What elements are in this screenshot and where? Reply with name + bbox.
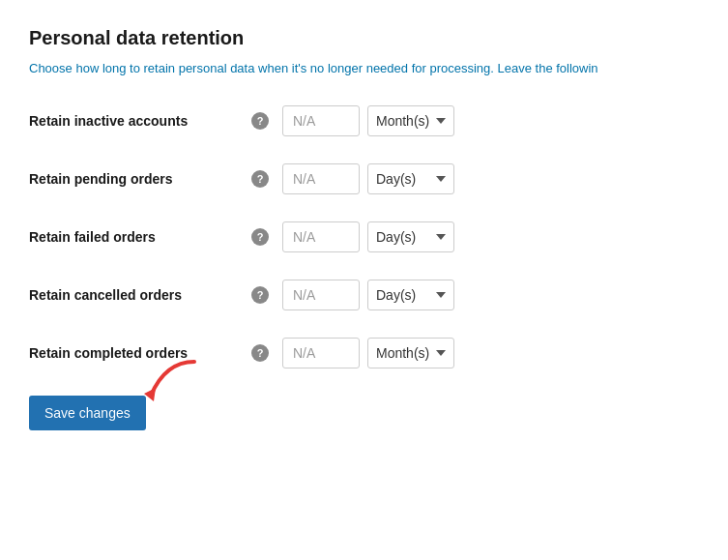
help-icon-inactive-accounts[interactable]: ?	[251, 112, 269, 130]
select-completed-orders[interactable]: Day(s)Month(s)Year(s)	[367, 338, 454, 368]
save-section: Save changes	[29, 396, 699, 430]
input-completed-orders[interactable]	[282, 338, 360, 368]
input-pending-orders[interactable]	[282, 163, 360, 194]
field-row-pending-orders: Retain pending orders?Day(s)Month(s)Year…	[29, 163, 699, 194]
input-cancelled-orders[interactable]	[282, 280, 360, 310]
label-failed-orders: Retain failed orders	[29, 229, 251, 245]
save-changes-button[interactable]: Save changes	[29, 396, 146, 430]
input-failed-orders[interactable]	[282, 221, 360, 252]
question-mark-icon: ?	[257, 347, 264, 359]
question-mark-icon: ?	[257, 173, 264, 185]
select-failed-orders[interactable]: Day(s)Month(s)Year(s)	[367, 221, 454, 252]
arrow-indicator	[136, 357, 214, 415]
question-mark-icon: ?	[257, 231, 264, 243]
field-row-failed-orders: Retain failed orders?Day(s)Month(s)Year(…	[29, 221, 699, 252]
select-pending-orders[interactable]: Day(s)Month(s)Year(s)	[367, 163, 454, 194]
help-icon-completed-orders[interactable]: ?	[251, 344, 269, 362]
question-mark-icon: ?	[257, 115, 264, 127]
label-cancelled-orders: Retain cancelled orders	[29, 287, 251, 303]
page-title: Personal data retention	[29, 27, 699, 49]
field-row-inactive-accounts: Retain inactive accounts?Day(s)Month(s)Y…	[29, 105, 699, 136]
label-pending-orders: Retain pending orders	[29, 171, 251, 187]
settings-page: Personal data retention Choose how long …	[0, 0, 728, 560]
svg-marker-0	[144, 388, 156, 401]
select-inactive-accounts[interactable]: Day(s)Month(s)Year(s)	[367, 105, 454, 136]
select-cancelled-orders[interactable]: Day(s)Month(s)Year(s)	[367, 280, 454, 310]
arrow-container: Save changes	[29, 396, 146, 430]
fields-container: Retain inactive accounts?Day(s)Month(s)Y…	[29, 105, 699, 368]
help-icon-pending-orders[interactable]: ?	[251, 170, 269, 188]
input-inactive-accounts[interactable]	[282, 105, 360, 136]
question-mark-icon: ?	[257, 289, 264, 301]
page-description: Choose how long to retain personal data …	[29, 59, 699, 78]
label-inactive-accounts: Retain inactive accounts	[29, 113, 251, 129]
field-row-completed-orders: Retain completed orders?Day(s)Month(s)Ye…	[29, 338, 699, 368]
help-icon-cancelled-orders[interactable]: ?	[251, 286, 269, 304]
field-row-cancelled-orders: Retain cancelled orders?Day(s)Month(s)Ye…	[29, 280, 699, 310]
help-icon-failed-orders[interactable]: ?	[251, 228, 269, 246]
